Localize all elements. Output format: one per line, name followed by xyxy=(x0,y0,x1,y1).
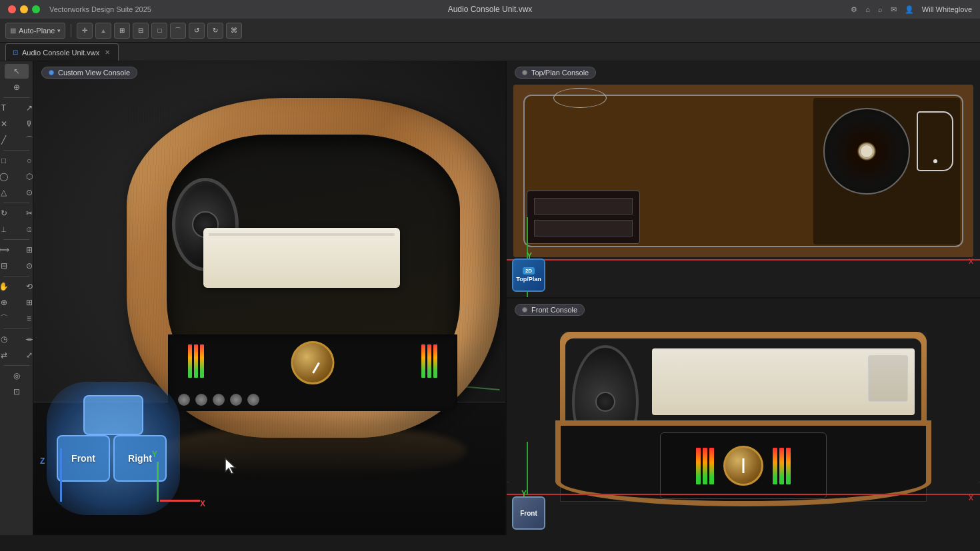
username: Will Whiteglove xyxy=(922,5,972,13)
main-3d-view[interactable]: Custom View Console xyxy=(33,61,507,535)
minimize-button[interactable] xyxy=(20,5,28,13)
cube-right-face[interactable]: Right xyxy=(113,435,167,482)
dim-tool[interactable]: ⟺ xyxy=(0,243,16,257)
tool-pair-14: ◷ ⌯ xyxy=(0,332,33,346)
extrude-tool[interactable]: ⟃ xyxy=(17,222,34,237)
arc-tool[interactable]: ⌒ xyxy=(17,133,34,147)
triangle-tool[interactable]: △ xyxy=(0,185,16,200)
lasso-tool[interactable]: ⊙ xyxy=(17,185,34,200)
user-icon[interactable]: 👤 xyxy=(905,5,914,14)
left-equipment xyxy=(527,191,640,244)
tool-pair-3: ╱ ⌒ xyxy=(0,133,33,147)
top-plan-view[interactable]: Top/Plan Console xyxy=(507,61,980,298)
front-view[interactable]: Front Console xyxy=(507,298,980,536)
x-axis-label: X xyxy=(200,499,205,508)
move2-tool[interactable]: ⇄ xyxy=(0,348,16,362)
vu-left-front xyxy=(696,448,714,484)
app-title: Vectorworks Design Suite 2025 xyxy=(49,5,151,13)
mic-tool[interactable]: 🎙 xyxy=(17,117,34,131)
undo-tool-btn[interactable]: ↺ xyxy=(189,23,205,39)
tool-separator-4 xyxy=(3,239,29,240)
document-title: Audio Console Unit.vwx xyxy=(448,5,533,14)
rotate-tool[interactable]: ↻ xyxy=(0,206,16,221)
turntable-platform xyxy=(203,228,400,288)
tool-pair-1: T ↗ xyxy=(0,101,33,115)
zoom-tool[interactable]: ⊕ xyxy=(5,80,29,95)
clip-tool[interactable]: ✂ xyxy=(17,206,34,221)
mirror-tool-btn[interactable]: ⊟ xyxy=(133,23,149,39)
front-view-label: Front Console xyxy=(515,304,585,316)
record-center xyxy=(860,145,873,158)
push-pull-tool[interactable]: ⟂ xyxy=(0,222,16,237)
line-tool[interactable]: ╱ xyxy=(0,133,16,147)
front-indicator[interactable]: Front xyxy=(512,496,545,530)
wire-curve xyxy=(553,88,607,108)
redo-tool-btn[interactable]: ↻ xyxy=(207,23,223,39)
topplan-indicator-label: Top/Plan xyxy=(516,276,541,282)
segment-tool[interactable]: ⌯ xyxy=(17,332,34,346)
maximize-button[interactable] xyxy=(32,5,40,13)
auto-plane-dropdown[interactable]: ▦ Auto-Plane ▾ xyxy=(5,23,65,39)
tool-pair-9: ⟺ ⊞ xyxy=(0,243,33,257)
cabinet-wrapper xyxy=(127,98,500,451)
ellipse-tool[interactable]: ◯ xyxy=(0,169,16,184)
equip-row-1 xyxy=(534,198,633,215)
mail-icon[interactable]: ✉ xyxy=(891,5,897,14)
arc-tool-btn[interactable]: ⌒ xyxy=(170,23,186,39)
front-view-label-text: Front Console xyxy=(531,306,577,314)
select-tool-btn[interactable]: ✛ xyxy=(77,23,93,39)
pan-tool[interactable]: ✋ xyxy=(0,279,16,294)
tool-separator xyxy=(3,97,29,98)
turntable-detail xyxy=(868,355,908,402)
tab-bar: ⊡ Audio Console Unit.vwx ✕ xyxy=(0,43,980,61)
rect-tool[interactable]: □ xyxy=(0,153,16,168)
database-tool[interactable]: ⊞ xyxy=(17,295,34,310)
vu-meters-right xyxy=(421,344,437,378)
front-knob-needle xyxy=(743,458,745,473)
rotate-tool-btn[interactable]: ⊞ xyxy=(114,23,130,39)
symbol-tool[interactable]: ⊕ xyxy=(0,295,16,310)
tab-close-button[interactable]: ✕ xyxy=(103,49,111,57)
wall-round-tool[interactable]: ⌒ xyxy=(0,311,16,326)
align-tool[interactable]: ≡ xyxy=(17,311,34,326)
cube-right-label: Right xyxy=(128,453,152,464)
auto-plane-label: Auto-Plane xyxy=(19,27,55,35)
flyover-tool[interactable]: ⟲ xyxy=(17,279,34,294)
rect2-tool[interactable]: ⊡ xyxy=(5,384,29,399)
window-controls[interactable]: Vectorworks Design Suite 2025 xyxy=(8,5,151,13)
circle-tool[interactable]: ○ xyxy=(17,153,34,168)
scale-tool-btn[interactable]: □ xyxy=(151,23,167,39)
cube-top-face[interactable] xyxy=(83,395,143,435)
cube-front-face[interactable]: Front xyxy=(57,435,110,482)
x-axis-topview xyxy=(507,259,980,261)
front-wood-top xyxy=(560,332,927,426)
vu-meters-left xyxy=(188,344,204,378)
close-tool[interactable]: ✕ xyxy=(0,117,16,131)
search-icon[interactable]: ⌕ xyxy=(878,5,883,13)
left-toolbar: ↖ ⊕ T ↗ ✕ 🎙 ╱ ⌒ □ ○ ◯ ⬡ △ ⊙ ↻ ✂ xyxy=(0,61,33,535)
home-icon[interactable]: ⌂ xyxy=(865,5,870,13)
tonearm-pivot xyxy=(933,159,937,163)
orientation-cube[interactable]: Front Right X Y xyxy=(47,382,180,515)
scale2-tool[interactable]: ⤢ xyxy=(17,348,34,362)
callout-tool[interactable]: ↗ xyxy=(17,101,34,115)
circle2-tool[interactable]: ◎ xyxy=(5,368,29,383)
clock-tool[interactable]: ◷ xyxy=(0,332,16,346)
pointer-tool[interactable]: ↖ xyxy=(5,64,29,79)
tool-separator-2 xyxy=(3,150,29,151)
topplan-indicator[interactable]: 2D Top/Plan xyxy=(512,259,545,292)
main-toolbar: ▦ Auto-Plane ▾ ✛ ⟁ ⊞ ⊟ □ ⌒ ↺ ↻ ⌘ xyxy=(0,19,980,43)
move-tool-btn[interactable]: ⟁ xyxy=(95,23,111,39)
camera-tool[interactable]: ⊙ xyxy=(17,259,34,273)
close-button[interactable] xyxy=(8,5,16,13)
topplan-label-dot xyxy=(522,70,527,75)
x-axis-label-topview: X xyxy=(969,257,973,265)
script-tool-btn[interactable]: ⌘ xyxy=(226,23,242,39)
grid-tool[interactable]: ⊟ xyxy=(0,259,16,273)
topplan-content xyxy=(513,85,973,257)
settings-icon[interactable]: ⚙ xyxy=(851,5,857,14)
text-tool[interactable]: T xyxy=(0,101,16,115)
comp-tool[interactable]: ⊞ xyxy=(17,243,34,257)
active-tab[interactable]: ⊡ Audio Console Unit.vwx ✕ xyxy=(5,43,119,61)
poly-tool[interactable]: ⬡ xyxy=(17,169,34,184)
